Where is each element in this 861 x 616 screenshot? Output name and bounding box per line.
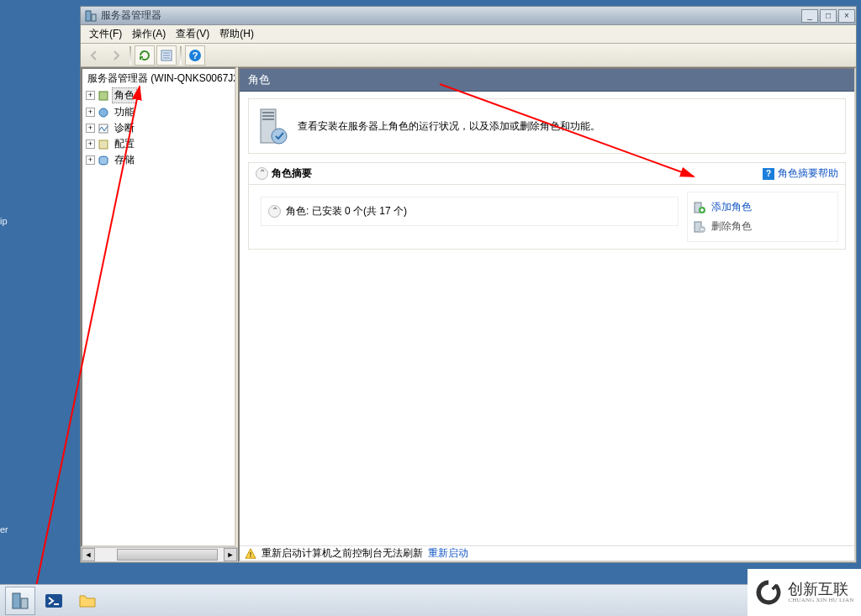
- menu-action[interactable]: 操作(A): [127, 25, 171, 43]
- toolbar-separator: [129, 46, 131, 65]
- tree-root[interactable]: 服务器管理器 (WIN-QNKS0067J2): [84, 71, 233, 87]
- svg-rect-10: [99, 92, 108, 100]
- summary-header: ⌃ 角色摘要 ? 角色摘要帮助: [249, 163, 845, 185]
- svg-rect-1: [92, 14, 96, 21]
- svg-text:?: ?: [193, 50, 198, 61]
- svg-text:!: !: [250, 550, 251, 558]
- desktop-label: ip: [0, 216, 8, 226]
- desktop-label: er: [0, 524, 8, 534]
- add-role-icon: [693, 201, 706, 214]
- scroll-right-icon[interactable]: ►: [224, 548, 237, 561]
- restart-link[interactable]: 重新启动: [428, 546, 468, 561]
- remove-role-icon: [693, 220, 706, 234]
- folder-icon: [77, 591, 98, 611]
- expander-icon[interactable]: +: [86, 155, 95, 165]
- menu-file[interactable]: 文件(F): [84, 25, 127, 43]
- content-pane: 角色 查看安装在服务器上角色的运行状况，以及添加或删除角色和功能。 ⌃ 角色摘要: [238, 67, 856, 562]
- watermark-logo: 创新互联CHUANG XIN HU LIAN: [747, 569, 861, 616]
- minimize-button[interactable]: _: [801, 9, 818, 23]
- watermark-subtext: CHUANG XIN HU LIAN: [788, 598, 853, 603]
- scroll-left-icon[interactable]: ◄: [82, 548, 95, 561]
- status-bar: ! 重新启动计算机之前控制台无法刷新 重新启动: [240, 545, 854, 561]
- toolbar: ?: [81, 44, 856, 67]
- refresh-button[interactable]: [135, 45, 155, 66]
- tree-item-label: 存储: [112, 153, 137, 167]
- svg-rect-16: [262, 112, 274, 113]
- server-manager-icon: [84, 9, 98, 23]
- toolbar-separator: [180, 46, 182, 65]
- properties-button[interactable]: [156, 45, 177, 66]
- summary-help-link[interactable]: ? 角色摘要帮助: [763, 166, 838, 181]
- refresh-icon: [138, 49, 151, 62]
- roles-installed-row: ⌃ 角色: 已安装 0 个(共 17 个): [261, 197, 679, 226]
- features-icon: [97, 106, 110, 119]
- expander-icon[interactable]: +: [86, 140, 95, 149]
- server-manager-window: 服务器管理器 _ □ × 文件(F) 操作(A) 查看(V) 帮助(H) ?: [80, 6, 857, 563]
- expander-icon[interactable]: +: [86, 108, 95, 117]
- diagnostics-icon: [97, 122, 110, 135]
- taskbar-explorer[interactable]: [72, 587, 103, 615]
- client-area: 服务器管理器 (WIN-QNKS0067J2) +角色 +功能 +诊断 +配置 …: [81, 67, 856, 562]
- help-button[interactable]: ?: [185, 45, 205, 66]
- arrow-right-icon: [109, 49, 123, 62]
- tree-item-diagnostics[interactable]: +诊断: [84, 120, 233, 136]
- tree-root-label: 服务器管理器 (WIN-QNKS0067J2): [87, 71, 236, 86]
- svg-rect-27: [13, 593, 20, 608]
- summary-title: 角色摘要: [272, 166, 312, 181]
- help-icon: ?: [763, 168, 774, 180]
- banner-text: 查看安装在服务器上角色的运行状况，以及添加或删除角色和功能。: [298, 119, 600, 134]
- svg-rect-17: [262, 115, 274, 117]
- actions-pane: 添加角色 删除角色: [687, 192, 838, 242]
- content-heading: 角色: [240, 69, 854, 92]
- properties-icon: [160, 49, 173, 62]
- menu-help[interactable]: 帮助(H): [214, 25, 259, 43]
- tree-item-label: 诊断: [112, 121, 137, 135]
- server-manager-icon: [10, 591, 30, 611]
- close-button[interactable]: ×: [838, 9, 855, 23]
- tree-hscrollbar[interactable]: ◄ ►: [81, 547, 238, 562]
- window-title: 服务器管理器: [101, 8, 800, 23]
- tree-item-roles[interactable]: +角色: [84, 87, 233, 104]
- taskbar-server-manager[interactable]: [5, 587, 35, 615]
- roles-icon: [97, 89, 110, 103]
- powershell-icon: [44, 591, 64, 611]
- status-text: 重新启动计算机之前控制台无法刷新: [261, 546, 423, 561]
- tree-item-config[interactable]: +配置: [84, 136, 233, 152]
- titlebar[interactable]: 服务器管理器 _ □ ×: [81, 7, 856, 25]
- remove-role-action[interactable]: 删除角色: [693, 217, 832, 236]
- svg-point-11: [99, 108, 108, 117]
- maximize-button[interactable]: □: [820, 9, 837, 23]
- info-banner: 查看安装在服务器上角色的运行状况，以及添加或删除角色和功能。: [248, 98, 846, 154]
- tree-item-label: 角色: [112, 87, 137, 103]
- roles-summary-section: ⌃ 角色摘要 ? 角色摘要帮助 ⌃: [248, 162, 846, 250]
- add-role-action[interactable]: 添加角色: [693, 197, 832, 217]
- menu-view[interactable]: 查看(V): [171, 25, 214, 43]
- storage-icon: [97, 154, 110, 167]
- arrow-left-icon: [87, 49, 101, 62]
- svg-rect-28: [21, 598, 28, 608]
- tree-item-features[interactable]: +功能: [84, 104, 233, 120]
- taskbar[interactable]: [0, 584, 861, 616]
- svg-rect-0: [86, 11, 91, 21]
- help-link-label: 角色摘要帮助: [778, 166, 838, 181]
- expander-icon[interactable]: +: [86, 91, 95, 100]
- tree-item-label: 配置: [112, 137, 137, 151]
- svg-rect-13: [99, 140, 108, 149]
- menubar: 文件(F) 操作(A) 查看(V) 帮助(H): [81, 25, 856, 44]
- tree-item-storage[interactable]: +存储: [84, 152, 233, 168]
- desktop: ip er 服务器管理器 _ □ × 文件(F) 操作(A) 查看(V) 帮助(…: [0, 0, 861, 616]
- warning-icon: !: [245, 548, 256, 560]
- add-role-link[interactable]: 添加角色: [711, 200, 752, 214]
- scroll-thumb[interactable]: [117, 549, 218, 561]
- collapse-toggle[interactable]: ⌃: [256, 167, 268, 180]
- nav-back-button: [84, 45, 104, 66]
- cx-logo-icon: [754, 578, 783, 607]
- expander-icon[interactable]: +: [86, 124, 95, 133]
- nav-tree[interactable]: 服务器管理器 (WIN-QNKS0067J2) +角色 +功能 +诊断 +配置 …: [81, 67, 236, 547]
- help-icon: ?: [188, 49, 202, 62]
- taskbar-powershell[interactable]: [39, 587, 69, 615]
- svg-rect-18: [262, 118, 274, 120]
- collapse-toggle[interactable]: ⌃: [268, 205, 281, 218]
- remove-role-link[interactable]: 删除角色: [711, 219, 752, 234]
- svg-point-19: [272, 129, 287, 144]
